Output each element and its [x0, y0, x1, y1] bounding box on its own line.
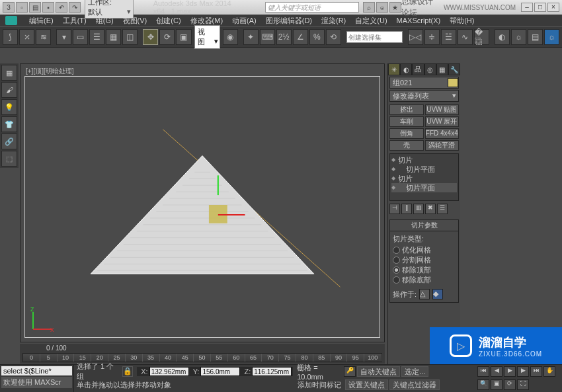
bind-space-icon[interactable]: ≋ — [36, 29, 51, 45]
menu-create[interactable]: 创建(C) — [156, 16, 181, 26]
mirror-icon[interactable]: ▷◁ — [408, 29, 423, 45]
viewport[interactable]: [+][顶][明暗处理] z x — [20, 63, 385, 342]
operate-face-icon[interactable]: △ — [419, 289, 430, 299]
unique-icon[interactable]: ▥ — [413, 204, 424, 214]
key-mode-icon[interactable]: 🔑 — [344, 366, 356, 377]
workspace-dropdown[interactable]: 工作区: 默认 — [85, 0, 134, 19]
modifier-button[interactable]: 车削 — [389, 116, 424, 127]
modifier-button[interactable]: 倒角 — [389, 128, 424, 139]
zoom-icon[interactable]: 🔍 — [477, 379, 489, 390]
object-color-swatch[interactable] — [448, 78, 458, 87]
favorites-icon[interactable]: ★ — [389, 2, 401, 13]
maxscript-input[interactable]: select $($Line* — [1, 366, 72, 375]
pan-icon[interactable]: ✋ — [543, 366, 555, 377]
autokey-button[interactable]: 自动关键点 — [357, 366, 400, 377]
stack-item[interactable]: 切片平面 — [391, 183, 457, 192]
modifier-button[interactable]: 涡轮平滑 — [425, 140, 460, 151]
time-tick[interactable]: 35 — [143, 354, 160, 362]
rollout-title[interactable]: 切片参数 — [389, 219, 459, 231]
remove-mod-icon[interactable]: ✖ — [425, 204, 436, 214]
modifier-button[interactable]: UVW 贴图 — [425, 104, 460, 115]
undo-icon[interactable]: ↶ — [56, 2, 67, 13]
paint-icon[interactable]: 🖌 — [1, 82, 17, 98]
graphite-icon[interactable]: ▦ — [1, 65, 17, 81]
modifier-button[interactable]: 壳 — [389, 140, 424, 151]
select-region-icon[interactable]: ▦ — [106, 29, 121, 45]
percent-snap-icon[interactable]: % — [309, 29, 325, 45]
pyramid-geometry[interactable] — [91, 156, 313, 274]
time-tick[interactable]: 80 — [296, 354, 313, 362]
tab-motion[interactable]: ◎ — [424, 63, 436, 75]
selection-set-input[interactable] — [346, 31, 403, 43]
manipulate-icon[interactable]: ✦ — [243, 29, 259, 45]
time-tick[interactable]: 40 — [160, 354, 177, 362]
tab-modify[interactable]: ◐ — [400, 63, 412, 75]
layers-icon[interactable]: ☱ — [441, 29, 456, 45]
modifier-stack[interactable]: 切片切片平面切片切片平面 — [389, 153, 459, 201]
render-setup-icon[interactable]: ☼ — [511, 29, 526, 45]
render-frame-icon[interactable]: ▤ — [528, 29, 543, 45]
align-icon[interactable]: ≑ — [424, 29, 440, 45]
app-logo-icon[interactable] — [5, 16, 17, 25]
minimize-button[interactable]: – — [521, 3, 533, 12]
rotate-icon[interactable]: ⟳ — [159, 29, 175, 45]
keyboard-icon[interactable]: ⌨ — [260, 29, 275, 45]
slice-radio[interactable]: 优化网格 — [393, 245, 456, 255]
time-tick[interactable]: 5 — [40, 354, 58, 362]
pin-stack-icon[interactable]: ⊣ — [389, 204, 400, 214]
next-frame-icon[interactable]: ▶ — [517, 366, 529, 377]
time-tick[interactable]: 60 — [228, 354, 245, 362]
app-menu-icon[interactable]: 3 — [3, 2, 15, 13]
time-tick[interactable]: 90 — [331, 354, 348, 362]
time-tick[interactable]: 50 — [194, 354, 211, 362]
open-icon[interactable]: ▤ — [29, 2, 41, 13]
menu-help[interactable]: 帮助(H) — [450, 16, 474, 26]
pivot-icon[interactable]: ◉ — [223, 29, 238, 45]
show-end-icon[interactable]: ∥ — [401, 204, 412, 214]
time-tick[interactable]: 55 — [211, 354, 228, 362]
signin-icon[interactable]: ⍟ — [376, 2, 388, 13]
x-input[interactable] — [149, 367, 189, 376]
render-icon[interactable]: ☼ — [544, 29, 559, 45]
menu-maxscript[interactable]: MAXScript(X) — [397, 17, 441, 24]
time-tick[interactable]: 70 — [262, 354, 279, 362]
configure-icon[interactable]: ☰ — [437, 204, 448, 214]
menu-modifiers[interactable]: 修改器(M) — [190, 16, 223, 26]
object-name-field[interactable]: 组021 — [389, 77, 459, 89]
snap-toggle-icon[interactable]: 2½ — [276, 29, 292, 45]
move-icon[interactable]: ✥ — [143, 29, 158, 45]
maximize-viewport-icon[interactable]: ⛶ — [517, 379, 529, 390]
viewport-canvas[interactable]: z x — [24, 76, 380, 338]
link-tool-icon[interactable]: 🔗 — [1, 134, 17, 149]
modifier-button[interactable]: FFD 4x4x4 — [425, 128, 460, 139]
time-tick[interactable]: 25 — [108, 354, 126, 362]
time-tick[interactable]: 0 — [23, 354, 40, 362]
infocenter-icon[interactable]: ⌕ — [363, 2, 375, 13]
maximize-button[interactable]: □ — [534, 3, 546, 12]
time-tick[interactable]: 20 — [91, 354, 108, 362]
stack-item[interactable]: 切片 — [391, 155, 457, 165]
select-object-icon[interactable]: ▭ — [73, 29, 88, 45]
menu-tools[interactable]: 工具(T) — [63, 16, 87, 26]
selected-button[interactable]: 选定... — [401, 366, 428, 377]
scale-icon[interactable]: ▣ — [176, 29, 191, 45]
z-input[interactable] — [252, 367, 292, 376]
time-tick[interactable]: 75 — [279, 354, 296, 362]
menu-edit[interactable]: 编辑(E) — [29, 16, 54, 26]
material-editor-icon[interactable]: ◐ — [495, 29, 510, 45]
time-tick[interactable]: 10 — [58, 354, 75, 362]
shirt-icon[interactable]: 👕 — [1, 116, 17, 132]
slice-radio[interactable]: 移除顶部 — [393, 265, 456, 275]
time-tick[interactable]: 65 — [245, 354, 262, 362]
slice-radio[interactable]: 移除底部 — [393, 275, 456, 285]
lock-selection-icon[interactable]: 🔒 — [122, 366, 133, 377]
zoom-extents-icon[interactable]: ▣ — [491, 379, 502, 390]
prev-frame-icon[interactable]: ◀ — [491, 366, 502, 377]
select-name-icon[interactable]: ☰ — [89, 29, 104, 45]
window-crossing-icon[interactable]: ◫ — [122, 29, 138, 45]
operate-poly-icon[interactable]: ◆ — [432, 289, 443, 299]
tab-hierarchy[interactable]: 品 — [412, 63, 424, 75]
light-icon[interactable]: 💡 — [1, 99, 17, 115]
tab-utilities[interactable]: 🔧 — [448, 63, 460, 75]
tab-display[interactable]: ▦ — [436, 63, 448, 75]
